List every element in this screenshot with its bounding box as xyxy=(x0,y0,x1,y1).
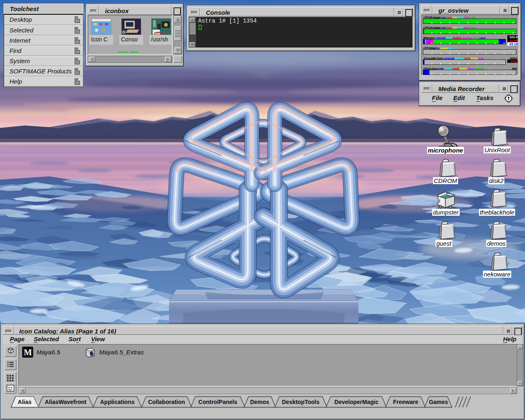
svg-text:Games: Games xyxy=(429,399,448,405)
svg-text:DesktopTools: DesktopTools xyxy=(282,399,320,405)
svg-text:DeveloperMagic: DeveloperMagic xyxy=(334,399,379,405)
svg-text:Applications: Applications xyxy=(100,399,135,405)
svg-text:AliasWavefront: AliasWavefront xyxy=(45,399,87,405)
svg-text:Alias: Alias xyxy=(18,399,32,405)
svg-text:Freeware: Freeware xyxy=(393,399,418,405)
svg-text:Collaboration: Collaboration xyxy=(148,399,185,405)
svg-text:ControlPanels: ControlPanels xyxy=(199,399,237,405)
svg-text:Demos: Demos xyxy=(250,399,269,405)
